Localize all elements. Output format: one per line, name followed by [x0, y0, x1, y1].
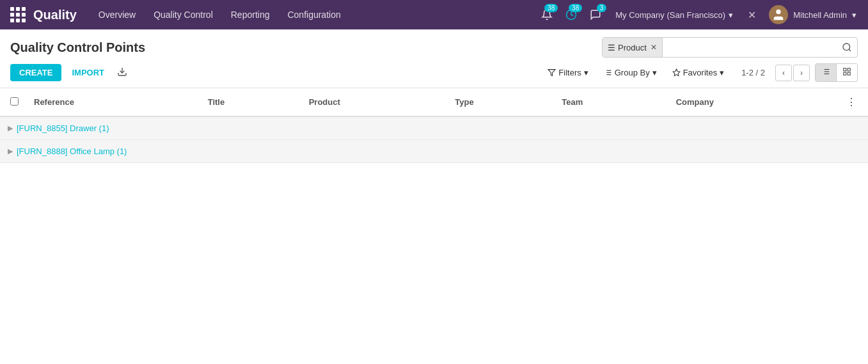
- filters-dropdown-icon: ▾: [584, 68, 588, 77]
- pagination-controls: ‹ ›: [775, 65, 810, 81]
- page-title: Quality Control Points: [10, 40, 145, 55]
- favorites-dropdown-icon: ▾: [720, 68, 724, 77]
- col-options: ⋮: [835, 88, 868, 116]
- group-arrow-icon: ▶: [8, 147, 13, 155]
- pagination-prev-button[interactable]: ‹: [775, 65, 792, 81]
- svg-rect-20: [848, 68, 850, 71]
- list-view-button[interactable]: [816, 64, 837, 81]
- svg-marker-12: [673, 69, 680, 75]
- user-name: Mitchell Admin: [793, 10, 847, 20]
- svg-line-3: [849, 49, 851, 51]
- svg-rect-21: [844, 72, 846, 75]
- group-label: [FURN_8855] Drawer (1): [17, 123, 109, 133]
- filters-button[interactable]: Filters ▾: [541, 64, 595, 81]
- groupby-dropdown-icon: ▾: [652, 68, 657, 77]
- navbar: Quality Overview Quality Control Reporti…: [0, 0, 868, 29]
- search-bar: ☰ Product ✕: [602, 37, 858, 58]
- table-header: Reference Title Product Type: [0, 88, 868, 116]
- table-row[interactable]: ▶ [FURN_8888] Office Lamp (1): [0, 140, 868, 163]
- apps-menu-button[interactable]: [6, 3, 29, 26]
- pagination-next-button[interactable]: ›: [793, 65, 810, 81]
- list-filter-icon: ☰: [608, 43, 615, 52]
- view-toggle: [815, 63, 858, 82]
- navbar-right: 38 38 3 My Company (San Francisco) ▾ ✕: [536, 0, 862, 29]
- groupby-button[interactable]: Group By ▾: [597, 64, 664, 81]
- search-filter-label: Product: [618, 43, 647, 52]
- group-label: [FURN_8888] Office Lamp (1): [17, 146, 127, 156]
- kanban-view-button[interactable]: [837, 64, 857, 81]
- message-badge: 3: [597, 4, 607, 12]
- company-dropdown-icon: ▾: [729, 10, 733, 20]
- group-row-cell: ▶ [FURN_8855] Drawer (1): [0, 117, 868, 139]
- nav-reporting[interactable]: Reporting: [222, 0, 279, 29]
- nav-configuration[interactable]: Configuration: [278, 0, 349, 29]
- create-button[interactable]: CREATE: [10, 64, 61, 81]
- clock-badge: 38: [569, 4, 582, 12]
- notifications-button[interactable]: 38: [536, 0, 558, 29]
- col-type: Type: [447, 88, 554, 116]
- nav-menu: Overview Quality Control Reporting Confi…: [90, 0, 536, 29]
- import-button[interactable]: IMPORT: [67, 64, 109, 81]
- search-filter-tag: ☰ Product ✕: [603, 38, 663, 57]
- data-table: Reference Title Product Type: [0, 88, 868, 163]
- page-header: Quality Control Points ☰ Product ✕: [0, 29, 868, 58]
- company-name: My Company (San Francisco): [615, 10, 725, 20]
- user-menu-button[interactable]: Mitchell Admin ▾: [764, 0, 862, 29]
- svg-point-1: [777, 10, 781, 14]
- brand-name[interactable]: Quality: [33, 8, 77, 22]
- col-reference: Reference: [26, 88, 200, 116]
- col-title: Title: [200, 88, 301, 116]
- search-submit-button[interactable]: [837, 38, 857, 57]
- toolbar: CREATE IMPORT Filters ▾: [0, 58, 868, 88]
- close-button[interactable]: ✕: [742, 5, 761, 24]
- download-button[interactable]: [114, 63, 130, 83]
- favorites-button[interactable]: Favorites ▾: [665, 64, 731, 81]
- select-all-checkbox-col: [0, 88, 26, 116]
- table-row[interactable]: ▶ [FURN_8855] Drawer (1): [0, 116, 868, 140]
- notification-badge: 38: [544, 4, 558, 12]
- nav-overview[interactable]: Overview: [90, 0, 145, 29]
- messages-button[interactable]: 3: [585, 0, 606, 29]
- col-product: Product: [301, 88, 448, 116]
- user-dropdown-icon: ▾: [852, 10, 856, 20]
- search-input[interactable]: [663, 38, 837, 57]
- col-team: Team: [554, 88, 668, 116]
- column-options-button[interactable]: ⋮: [842, 95, 860, 109]
- svg-marker-5: [548, 70, 555, 76]
- group-row-cell: ▶ [FURN_8888] Office Lamp (1): [0, 140, 868, 162]
- svg-rect-22: [848, 72, 850, 75]
- user-avatar: [769, 5, 788, 24]
- select-all-checkbox[interactable]: [10, 97, 19, 106]
- nav-quality-control[interactable]: Quality Control: [145, 0, 222, 29]
- col-company: Company: [668, 88, 835, 116]
- pagination-info: 1-2 / 2: [741, 68, 765, 77]
- search-filter-remove-button[interactable]: ✕: [651, 43, 657, 52]
- filter-group: Filters ▾ Group By ▾ Favori: [541, 64, 731, 81]
- company-selector[interactable]: My Company (San Francisco) ▾: [609, 0, 739, 29]
- page-container: Quality Control Points ☰ Product ✕ CREAT…: [0, 29, 868, 364]
- table-body: ▶ [FURN_8855] Drawer (1) ▶ [FURN_8888] O…: [0, 116, 868, 163]
- svg-point-2: [843, 44, 850, 51]
- group-arrow-icon: ▶: [8, 124, 13, 132]
- apps-grid-icon: [10, 7, 26, 22]
- svg-rect-19: [844, 68, 846, 71]
- clock-button[interactable]: 38: [560, 0, 582, 29]
